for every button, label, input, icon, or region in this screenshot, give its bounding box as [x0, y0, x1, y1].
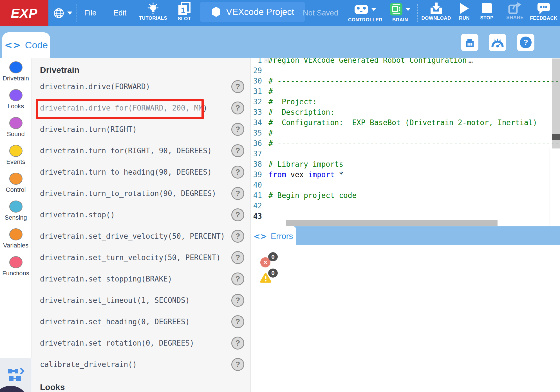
error-count-indicator[interactable]: × 0 — [260, 257, 270, 267]
code-tab-label: Code — [25, 40, 48, 51]
command-set-rotation[interactable]: drivetrain.set_rotation(0, DEGREES) ? — [32, 332, 250, 354]
command-help-button[interactable]: ? — [231, 230, 244, 243]
sidebar-item-looks[interactable]: Looks — [0, 89, 32, 117]
file-menu[interactable]: File — [80, 0, 100, 26]
command-help-button[interactable]: ? — [231, 144, 244, 157]
command-set-turn-velocity[interactable]: drivetrain.set_turn_velocity(50, PERCENT… — [32, 247, 250, 268]
language-menu[interactable] — [51, 0, 74, 26]
sidebar-item-functions[interactable]: Functions — [0, 256, 32, 284]
command-help-button[interactable]: ? — [231, 80, 244, 93]
command-help-button[interactable]: ? — [231, 358, 244, 371]
command-help-button[interactable]: ? — [231, 294, 244, 307]
stop-button[interactable]: STOP — [477, 0, 497, 26]
project-name-button[interactable]: VEXcode Project — [200, 2, 305, 22]
code-line: 38 # Library imports — [251, 159, 560, 169]
share-label: SHARE — [506, 15, 524, 21]
command-help-button[interactable]: ? — [231, 166, 244, 179]
feedback-button[interactable]: FEEDBACK — [529, 0, 558, 26]
menu-divider — [136, 4, 136, 22]
sidebar-item-control[interactable]: Control — [0, 173, 32, 200]
line-number: 33 — [251, 108, 262, 116]
warning-count-indicator[interactable]: 0 — [260, 272, 272, 283]
line-number: 31 — [251, 87, 262, 96]
code-line: 39 from vex import * — [251, 169, 560, 180]
edit-menu[interactable]: Edit — [110, 0, 130, 26]
error-count-badge: 0 — [268, 252, 278, 261]
sidebar-item-variables[interactable]: Variables — [0, 228, 32, 256]
code-brackets-icon: <> — [254, 232, 267, 241]
slot-button[interactable]: 1 SLOT — [173, 0, 196, 26]
command-help-button[interactable]: ? — [231, 272, 244, 285]
tutorials-button[interactable]: TUTORIALS — [140, 0, 167, 26]
horizontal-scrollbar[interactable] — [286, 220, 498, 226]
dashboard-button[interactable] — [489, 34, 506, 51]
code-line: 42 — [251, 200, 560, 211]
exp-logo-text: EXP — [11, 6, 37, 21]
run-button[interactable]: RUN — [454, 0, 474, 26]
controller-button[interactable]: CONTROLLER — [347, 0, 384, 26]
sidebar-item-drivetrain[interactable]: Drivetrain — [0, 61, 32, 89]
tab-errors[interactable]: <> Errors — [251, 226, 296, 246]
command-help-button[interactable]: ? — [231, 315, 244, 328]
download-label: DOWNLOAD — [421, 15, 451, 21]
device-info-button[interactable] — [461, 34, 478, 51]
menu-divider — [77, 4, 77, 22]
sidebar-item-events[interactable]: Events — [0, 145, 32, 173]
share-button[interactable]: SHARE — [503, 0, 527, 26]
brain-button[interactable]: BRAIN — [386, 0, 414, 26]
command-set-stopping[interactable]: drivetrain.set_stopping(BRAKE) ? — [32, 268, 250, 290]
command-set-timeout[interactable]: drivetrain.set_timeout(1, SECONDS) ? — [32, 290, 250, 311]
sidebar-item-label: Variables — [3, 242, 28, 249]
code-line: 30 # -----------------------------------… — [251, 76, 560, 86]
chevron-down-icon — [67, 12, 72, 15]
sidebar-item-sound[interactable]: Sound — [0, 117, 32, 145]
vertical-scrollbar[interactable] — [552, 58, 560, 148]
vexcode-app-window: EXP File Edit TUTORIALS 1 SLOT — [0, 0, 560, 392]
looks-category-bubble — [9, 89, 23, 101]
folded-region-ellipsis[interactable]: … — [468, 58, 473, 64]
top-menu-bar: EXP File Edit TUTORIALS 1 SLOT — [0, 0, 560, 26]
tutorials-label: TUTORIALS — [139, 15, 167, 21]
code-lines: 1 + #region VEXcode Generated Robot Conf… — [251, 58, 560, 221]
command-help-button[interactable]: ? — [231, 123, 244, 136]
palette-section-title: Drivetrain — [40, 65, 250, 76]
command-set-heading[interactable]: drivetrain.set_heading(0, DEGREES) ? — [32, 311, 250, 332]
category-list: Drivetrain Looks Sound Events Control Se… — [0, 61, 32, 284]
download-button[interactable]: DOWNLOAD — [420, 0, 453, 26]
line-number: 34 — [251, 118, 262, 127]
command-help-button[interactable]: ? — [231, 208, 244, 221]
fold-expand-icon[interactable]: + — [264, 58, 268, 63]
menu-divider — [499, 4, 499, 22]
play-icon — [460, 3, 469, 14]
help-button[interactable]: ? — [517, 34, 534, 51]
command-stop[interactable]: drivetrain.stop() ? — [32, 204, 250, 226]
command-drive[interactable]: drivetrain.drive(FORWARD) ? — [32, 76, 250, 97]
globe-icon — [53, 8, 64, 19]
blocks-toggle-icon — [7, 367, 25, 383]
slot-pages-icon: 1 — [178, 2, 191, 15]
tab-code[interactable]: <> Code — [2, 32, 50, 58]
code-line: 31 # — [251, 86, 560, 96]
feedback-icon — [537, 2, 550, 15]
command-set-drive-velocity[interactable]: drivetrain.set_drive_velocity(50, PERCEN… — [32, 226, 250, 247]
line-number: 29 — [251, 66, 262, 75]
sidebar-item-sensing[interactable]: Sensing — [0, 200, 32, 228]
code-editor[interactable]: 1 + #region VEXcode Generated Robot Conf… — [250, 58, 560, 226]
errors-panel-bar — [251, 226, 560, 245]
code-line: 34 # Configuration: EXP BaseBot (Drivetr… — [251, 117, 560, 128]
command-help-button[interactable]: ? — [231, 102, 244, 114]
command-turn[interactable]: drivetrain.turn(RIGHT) ? — [32, 119, 250, 140]
code-line: 33 # Description: — [251, 107, 560, 117]
stop-label: STOP — [480, 15, 494, 21]
command-calibrate-drivetrain[interactable]: calibrate_drivetrain() ? — [32, 354, 250, 375]
command-help-button[interactable]: ? — [231, 251, 244, 264]
command-turn-for[interactable]: drivetrain.turn_for(RIGHT, 90, DEGREES) … — [32, 140, 250, 161]
command-turn-to-rotation[interactable]: drivetrain.turn_to_rotation(90, DEGREES)… — [32, 183, 250, 204]
question-mark-icon: ? — [520, 37, 532, 48]
command-help-button[interactable]: ? — [231, 337, 244, 350]
command-help-button[interactable]: ? — [231, 187, 244, 200]
command-turn-to-heading[interactable]: drivetrain.turn_to_heading(90, DEGREES) … — [32, 161, 250, 183]
vertical-scrollbar-thumb[interactable] — [552, 134, 560, 140]
palette-command-list: drivetrain.drive(FORWARD) ? drivetrain.d… — [32, 76, 250, 375]
palette-next-section-title: Looks — [40, 382, 250, 392]
